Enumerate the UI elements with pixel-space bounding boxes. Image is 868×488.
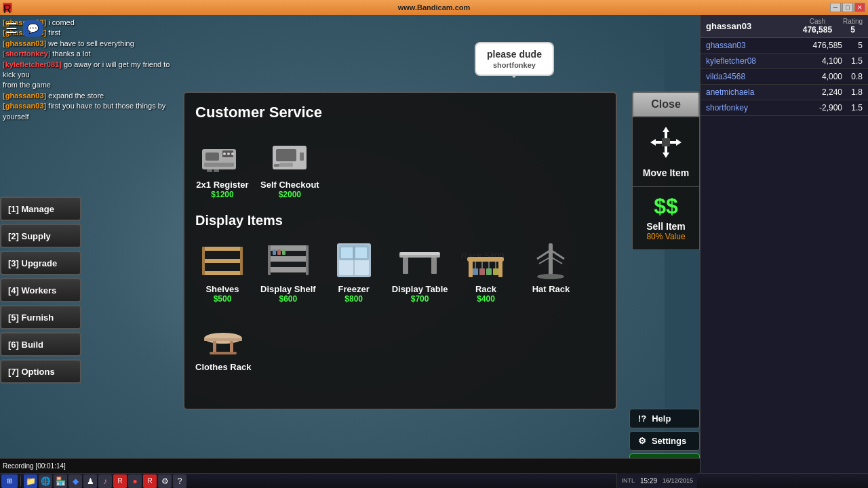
right-sidebar: ghassan03 Cash 476,585 Rating 5 ghassan0…: [700, 15, 868, 488]
clock-time: 15:29: [640, 477, 657, 485]
taskbar-dropbox[interactable]: ◆: [68, 474, 82, 488]
upgrade-button[interactable]: [3] Upgrade: [0, 251, 81, 275]
svg-rect-10: [276, 149, 296, 161]
lb-name-4: anetmichaela: [706, 87, 795, 97]
svg-rect-39: [467, 257, 504, 262]
chat-bubble-speaker: shortfonkey: [487, 61, 542, 69]
sell-icon: $$: [654, 195, 678, 217]
titlebar-left: R: [3, 3, 12, 12]
svg-rect-15: [202, 259, 243, 263]
svg-rect-14: [202, 247, 243, 251]
taskbar-settings[interactable]: ⚙: [158, 474, 172, 488]
chat-icon[interactable]: 💬: [23, 20, 43, 37]
chat-user-7: [ghassan03]: [3, 92, 46, 100]
taskbar-record[interactable]: ●: [128, 474, 142, 488]
taskbar-help[interactable]: ?: [173, 474, 186, 488]
clothes-rack-item[interactable]: Clothes Rack: [195, 314, 251, 372]
shelves-price: $500: [214, 294, 232, 304]
lb-rating-3: 0.8: [842, 72, 863, 81]
taskbar-roblox-1[interactable]: R: [113, 474, 127, 488]
taskbar-chrome[interactable]: 🌐: [39, 474, 52, 488]
checkout-icon: [262, 132, 317, 180]
taskbar-steam[interactable]: ♟: [83, 474, 97, 488]
register-price: $1200: [211, 190, 233, 199]
svg-point-4: [223, 152, 226, 155]
display-shelf-item[interactable]: Display Shelf $600: [260, 237, 316, 304]
lb-cash-1: 476,585: [795, 41, 842, 50]
hat-rack-label: Hat Rack: [532, 284, 570, 294]
hat-rack-item[interactable]: Hat Rack: [524, 237, 578, 304]
move-icon: [649, 125, 683, 163]
svg-rect-26: [282, 249, 285, 255]
shelves-item[interactable]: Shelves $500: [195, 237, 250, 304]
register-icon: [195, 132, 250, 180]
clock-date: 16/12/2015: [663, 477, 693, 484]
lb-cash-3: 4,000: [795, 72, 842, 81]
taskbar-store[interactable]: 🏪: [54, 474, 67, 488]
titlebar-controls[interactable]: ─ □ ✕: [830, 3, 865, 12]
hat-rack-icon: [524, 237, 578, 284]
freezer-price: $800: [344, 294, 363, 304]
freezer-icon: [327, 237, 381, 284]
svg-rect-65: [662, 138, 670, 146]
chat-user-8: [ghassan03]: [3, 102, 46, 110]
svg-rect-23: [306, 245, 309, 275]
register-svg: [199, 136, 246, 176]
manage-button[interactable]: [1] Manage: [0, 197, 81, 221]
maximize-button[interactable]: □: [842, 3, 853, 12]
sell-value-sublabel: 80% Value: [646, 232, 685, 241]
svg-rect-31: [341, 247, 353, 258]
svg-point-6: [231, 152, 234, 155]
help-button[interactable]: !? Help: [629, 409, 700, 428]
lb-row-3: vilda34568 4,000 0.8: [701, 69, 868, 85]
svg-point-5: [227, 152, 230, 155]
move-item-button[interactable]: Move Item: [632, 117, 700, 187]
furnish-button[interactable]: [5] Furnish: [0, 305, 81, 329]
options-button[interactable]: [7] Options: [0, 359, 81, 384]
svg-rect-37: [469, 260, 473, 277]
display-table-item[interactable]: Display Table $700: [392, 237, 448, 304]
taskbar-roblox-2[interactable]: R: [143, 474, 157, 488]
close-button[interactable]: ✕: [854, 3, 865, 12]
lb-row-5: shortfonkey -2,900 1.5: [701, 100, 868, 116]
taskbar-itunes[interactable]: ♪: [98, 474, 112, 488]
svg-rect-55: [204, 338, 242, 341]
build-button[interactable]: [6] Build: [0, 332, 81, 357]
close-dialog-button[interactable]: Close: [632, 92, 700, 117]
supply-button[interactable]: [2] Supply: [0, 224, 81, 248]
svg-rect-32: [355, 247, 367, 258]
svg-rect-17: [202, 247, 205, 275]
leaderboard-table: ghassan03 476,585 5 kylefletcher08 4,100…: [701, 38, 868, 116]
freezer-item[interactable]: Freezer $800: [327, 237, 381, 304]
start-button[interactable]: ⊞: [1, 474, 18, 488]
settings-button[interactable]: ⚙ Settings: [629, 431, 700, 451]
clothes-rack-label: Clothes Rack: [195, 362, 251, 372]
display-table-price: $700: [411, 294, 429, 304]
checkout-price: $2000: [279, 190, 301, 199]
lb-rating-1: 5: [842, 41, 863, 50]
checkout-item[interactable]: Self Checkout $2000: [260, 132, 319, 199]
shelves-label: Shelves: [205, 284, 239, 294]
svg-rect-34: [403, 258, 408, 274]
register-item[interactable]: 2x1 Register $1200: [195, 132, 250, 199]
chat-message-8: [ghassan03] first you have to but those …: [3, 101, 180, 122]
sell-item-button[interactable]: $$ Sell Item 80% Value: [632, 187, 700, 250]
rack-item[interactable]: Rack $400: [458, 237, 513, 304]
lb-rating-5: 1.5: [842, 103, 863, 113]
workers-button[interactable]: [4] Workers: [0, 278, 81, 302]
taskbar-separator-1: [20, 476, 21, 487]
rack-icon: [458, 237, 513, 284]
clock-lang: INTL: [621, 477, 635, 484]
checkout-label: Self Checkout: [260, 180, 319, 190]
hamburger-menu-icon[interactable]: ☰: [5, 20, 18, 37]
chat-bubble-text: please dude: [487, 49, 542, 60]
chat-text-4: thanks a lot: [52, 49, 90, 58]
lb-name-3: vilda34568: [706, 72, 795, 81]
customer-service-items: 2x1 Register $1200 Self Checkout $2000: [195, 132, 605, 199]
taskbar-file-explorer[interactable]: 📁: [24, 474, 37, 488]
rack-label-dialog: Rack: [475, 284, 496, 294]
svg-rect-45: [486, 268, 492, 275]
minimize-button[interactable]: ─: [830, 3, 841, 12]
help-icon: !?: [638, 413, 646, 424]
chat-text-7: expand the store: [48, 92, 104, 100]
